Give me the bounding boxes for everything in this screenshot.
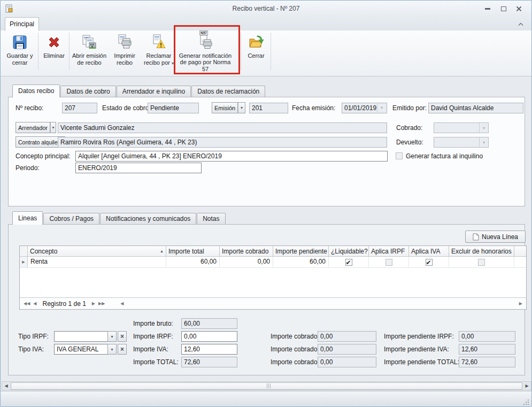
print-receipt-label: Imprimir recibo bbox=[110, 52, 140, 66]
grid-row-renta: ▶ Renta 60,00 0,00 60,00 bbox=[20, 257, 526, 268]
cell-importe-pendiente[interactable]: 60,00 bbox=[273, 257, 329, 267]
arrendador-button[interactable]: Arrendador ▾ bbox=[16, 122, 56, 133]
generar-factura-checkbox[interactable] bbox=[396, 152, 403, 159]
importe-irpf-field[interactable]: 0,00 bbox=[181, 331, 237, 342]
ribbon-separator bbox=[38, 33, 38, 70]
collapse-ribbon-button[interactable] bbox=[516, 20, 526, 28]
grid-corner-cell bbox=[20, 246, 28, 256]
estado-cobro-label: Estado de cobro: bbox=[102, 104, 151, 112]
open-emission-button[interactable]: Abrir emisión de recibo bbox=[71, 32, 107, 72]
nav-prev-button[interactable]: ◀ bbox=[33, 301, 36, 306]
claim-receipt-label: Reclamar recibo por ▾ bbox=[141, 52, 177, 67]
column-header-concepto[interactable]: Concepto ▲ bbox=[28, 246, 166, 256]
tab-lineas[interactable]: Lineas bbox=[12, 211, 43, 225]
column-header-excluir-honorarios[interactable]: Excluir de honorarios bbox=[449, 246, 514, 256]
emitido-por-label: Emitido por: bbox=[392, 104, 427, 112]
cell-liquidable bbox=[329, 257, 369, 267]
dropdown-arrow-icon[interactable]: ▾ bbox=[50, 122, 56, 133]
importe-bruto-field: 60,00 bbox=[181, 318, 237, 329]
liquidable-checkbox[interactable] bbox=[345, 259, 352, 266]
grid-footer: ◀◀ ◀ Registro 1 de 1 ▶ ▶▶ ◀ ▶ bbox=[20, 297, 526, 309]
title-bar: Recibo vertical - Nº 207 bbox=[1, 1, 531, 17]
app-window: Recibo vertical - Nº 207 Principal Guard… bbox=[0, 0, 532, 407]
importe-pendiente-iva-field: 12,60 bbox=[459, 344, 515, 355]
scroll-left-button[interactable]: ◀ bbox=[2, 383, 10, 388]
save-close-button[interactable]: Guardar y cerrar bbox=[4, 32, 36, 72]
importe-cobrado-total-field: 0,00 bbox=[318, 357, 376, 367]
print-receipt-button[interactable]: Imprimir recibo bbox=[110, 32, 140, 72]
delete-button[interactable]: Eliminar bbox=[40, 32, 68, 72]
column-header-importe-cobrado[interactable]: Importe cobrado bbox=[220, 246, 273, 256]
tab-datos-recibo[interactable]: Datos recibo bbox=[12, 85, 60, 97]
importe-cobrado-iva-field: 0,00 bbox=[318, 344, 376, 355]
scroll-right-button[interactable]: ▶ bbox=[523, 383, 531, 388]
excluir-honorarios-checkbox[interactable] bbox=[478, 259, 485, 266]
ribbon-separator bbox=[69, 33, 70, 70]
tipo-irpf-clear-button[interactable]: × bbox=[118, 331, 127, 342]
tab-notificaciones[interactable]: Notificaciones y comunicados bbox=[100, 213, 196, 224]
devuelto-combo: ▾ bbox=[434, 137, 489, 148]
tipo-iva-dropdown-button[interactable]: ▾ bbox=[107, 344, 117, 355]
cell-importe-cobrado[interactable]: 0,00 bbox=[220, 257, 273, 267]
column-header-filler bbox=[514, 246, 526, 256]
emision-selector-label: Emisión bbox=[212, 102, 238, 113]
tab-datos-reclamacion[interactable]: Datos de reclamación bbox=[191, 86, 265, 97]
column-header-aplica-iva[interactable]: Aplica IVA bbox=[409, 246, 449, 256]
close-button[interactable] bbox=[512, 4, 526, 13]
emision-selector[interactable]: Emisión ▾ bbox=[212, 102, 245, 113]
delete-label: Eliminar bbox=[43, 52, 65, 59]
tab-arrendador-inquilino[interactable]: Arrendador e inquilino bbox=[117, 86, 191, 97]
tab-cobros-pagos[interactable]: Cobros / Pagos bbox=[43, 213, 99, 224]
minimize-button[interactable] bbox=[481, 4, 495, 13]
claim-receipt-text: Reclamar recibo por bbox=[144, 52, 172, 66]
cobrado-label: Cobrado: bbox=[396, 124, 422, 132]
arrendador-button-label: Arrendador bbox=[16, 122, 50, 133]
importe-iva-field[interactable]: 12,60 bbox=[181, 344, 237, 355]
nav-next-button[interactable]: ▶ bbox=[92, 301, 95, 306]
cell-aplica-iva bbox=[409, 257, 449, 267]
contrato-alquiler-button[interactable]: Contrato alquiler ▾ bbox=[16, 136, 56, 148]
ribbon-tab-principal[interactable]: Principal bbox=[5, 17, 39, 31]
periodo-field[interactable]: ENERO/2019 bbox=[75, 163, 202, 173]
sort-asc-icon: ▲ bbox=[160, 249, 164, 253]
ribbon-tab-row bbox=[1, 17, 531, 30]
tipo-iva-clear-button[interactable]: × bbox=[118, 344, 127, 355]
column-header-liquidable[interactable]: ¿Liquidable? bbox=[329, 246, 369, 256]
nav-last-button[interactable]: ▶▶ bbox=[98, 301, 105, 306]
tipo-irpf-dropdown-button[interactable]: ▾ bbox=[107, 331, 117, 342]
norma57-badge: N57 bbox=[199, 30, 208, 35]
tab-datos-de-cobro[interactable]: Datos de cobro bbox=[60, 86, 115, 97]
dropdown-arrow-icon[interactable]: ▾ bbox=[238, 102, 245, 113]
grid-scroll-left-button[interactable]: ◀ bbox=[120, 301, 124, 306]
lineas-tabstrip: Lineas Cobros / Pagos Notificaciones y c… bbox=[12, 212, 226, 225]
tab-notas[interactable]: Notas bbox=[197, 213, 225, 224]
concepto-principal-field[interactable]: Alquiler [Angel Guimera, 44 , PK 23] ENE… bbox=[75, 151, 388, 162]
nav-first-button[interactable]: ◀◀ bbox=[24, 301, 30, 306]
aplica-irpf-checkbox[interactable] bbox=[385, 259, 392, 266]
close-folder-icon bbox=[247, 32, 265, 51]
cell-importe-total[interactable]: 60,00 bbox=[166, 257, 220, 267]
tipo-irpf-combo[interactable] bbox=[54, 331, 108, 342]
close-form-label: Cerrar bbox=[248, 52, 264, 59]
claim-receipt-button[interactable]: Reclamar recibo por ▾ bbox=[141, 32, 177, 72]
dropdown-arrow-icon: ▾ bbox=[479, 123, 488, 133]
ribbon-separator bbox=[271, 33, 271, 70]
cell-concepto[interactable]: Renta bbox=[28, 257, 166, 267]
cell-filler bbox=[514, 257, 526, 267]
tipo-iva-combo[interactable]: IVA GENERAL bbox=[54, 344, 108, 355]
save-close-label: Guardar y cerrar bbox=[4, 52, 36, 66]
cell-aplica-irpf bbox=[369, 257, 409, 267]
norma57-button[interactable]: N57 Generar notificación de pago por Nor… bbox=[176, 32, 234, 72]
grid-scroll-right-button[interactable]: ▶ bbox=[519, 301, 522, 306]
restore-button[interactable] bbox=[497, 4, 511, 13]
aplica-iva-checkbox[interactable] bbox=[426, 259, 433, 266]
column-header-aplica-irpf[interactable]: Aplica IRPF bbox=[369, 246, 409, 256]
column-header-importe-pendiente[interactable]: Importe pendiente bbox=[273, 246, 329, 256]
ribbon-separator bbox=[241, 33, 241, 70]
column-header-importe-total[interactable]: Importe total bbox=[166, 246, 220, 256]
scrollbar-thumb[interactable] bbox=[11, 382, 522, 390]
close-form-button[interactable]: Cerrar bbox=[244, 32, 268, 72]
fecha-emision-value: 01/01/2019 bbox=[344, 104, 376, 112]
window-title: Recibo vertical - Nº 207 bbox=[1, 5, 531, 12]
nueva-linea-button[interactable]: Nueva Línea bbox=[465, 231, 526, 243]
